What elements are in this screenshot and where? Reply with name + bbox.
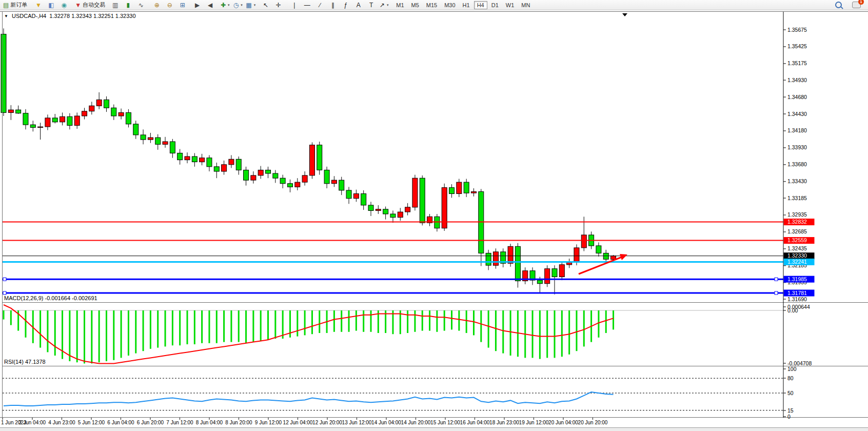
macd-bar (76, 310, 78, 362)
price-tag-label: 1.32241 (787, 259, 807, 265)
candle-body (383, 209, 388, 214)
macd-bar (333, 310, 335, 332)
trendline-button[interactable]: ∕ (313, 0, 326, 10)
time-axis-label: 14 Jun 04:00 (371, 420, 401, 425)
macd-bar (539, 310, 541, 359)
macd-bar (451, 310, 452, 329)
tile-windows-button[interactable]: ⊞ (176, 0, 189, 10)
macd-bar (40, 310, 41, 348)
equidistant-channel-button[interactable]: ∥ (326, 0, 339, 10)
candle-body (258, 170, 263, 175)
macd-bar (370, 310, 372, 332)
macd-bar (143, 310, 144, 351)
candlestick-chart-button[interactable]: ▮ (122, 0, 134, 10)
price-tag-label: 1.32832 (787, 219, 807, 225)
candle-body (464, 182, 469, 193)
time-axis-label: 7 Jun 12:00 (166, 420, 193, 425)
timeframe-w1-button[interactable]: W1 (503, 1, 518, 9)
macd-bar (121, 310, 122, 358)
candle-body (287, 184, 292, 187)
macd-bar (260, 310, 262, 341)
candle-body (390, 214, 396, 218)
zoom-in-button[interactable]: ⊕ (150, 0, 163, 10)
chart-shift-button[interactable]: ◀ (204, 0, 216, 10)
candle-body (200, 158, 205, 162)
price-axis-label: 1.34180 (787, 127, 807, 133)
price-axis-label: 1.32685 (787, 228, 807, 234)
time-axis-label: 14 Jun 20:00 (401, 420, 431, 425)
macd-bar (436, 310, 438, 332)
new-order-button[interactable]: ▤新订单 (2, 0, 29, 10)
indicators-button[interactable]: ✚▾ (219, 0, 231, 10)
text-button[interactable]: A (352, 0, 365, 10)
autotrading-button-label: 自动交易 (83, 1, 105, 9)
cursor-button[interactable]: ↖ (259, 0, 272, 10)
macd-bar (165, 310, 166, 346)
vertical-line-button[interactable]: | (288, 0, 301, 10)
macd-bar (54, 310, 56, 356)
autotrading-button[interactable]: ▼自动交易 (73, 0, 107, 10)
candle-body (309, 145, 314, 175)
line-handle[interactable] (775, 278, 778, 281)
autotrading-icon: ▼ (75, 2, 81, 8)
timeframe-m5-button[interactable]: M5 (408, 1, 422, 9)
candle-body (89, 106, 94, 111)
macd-bar (480, 310, 482, 342)
navigator-button[interactable]: ◧ (45, 0, 57, 10)
macd-bar (201, 310, 203, 343)
macd-bar (179, 310, 181, 345)
auto-scroll-button[interactable]: ▶ (191, 0, 204, 10)
timeframe-mn-button[interactable]: MN (518, 1, 533, 9)
vertical-line-icon: | (293, 2, 295, 8)
line-chart-button[interactable]: ∿ (134, 0, 147, 10)
price-axis-label: 1.35675 (787, 27, 807, 33)
macd-bar (356, 310, 357, 331)
line-handle[interactable] (3, 278, 6, 281)
notifications-button[interactable]: 1 (850, 0, 863, 10)
macd-bar (532, 310, 534, 358)
bar-chart-button[interactable]: ▥ (109, 0, 122, 10)
arrows-button[interactable]: ↗▾ (378, 0, 390, 10)
timeframe-m1-button[interactable]: M1 (393, 1, 407, 9)
timeframe-m15-button[interactable]: M15 (423, 1, 440, 9)
text-label-button[interactable]: T (365, 0, 378, 10)
timeframe-h1-button[interactable]: H1 (460, 1, 473, 9)
chart-window: 1.356751.354251.351751.349301.346801.344… (0, 10, 868, 431)
search-icon (835, 2, 842, 8)
templates-button[interactable]: ▦▾ (244, 0, 257, 10)
time-axis-label: 5 Jun 12:00 (78, 420, 105, 425)
terminal-button[interactable]: ◉ (57, 0, 70, 10)
candle-body (96, 100, 102, 106)
search-button[interactable] (832, 0, 845, 10)
timeframe-m30-button[interactable]: M30 (441, 1, 458, 9)
cursor-icon: ↖ (263, 2, 268, 8)
time-axis-label: 18 Jun 23:00 (489, 420, 519, 425)
price-axis-label: 1.34930 (787, 77, 807, 83)
templates-icon: ▦ (246, 2, 251, 8)
candle-body (574, 248, 579, 262)
macd-axis-label: 0.00 (787, 307, 798, 314)
fibonacci-button[interactable]: ƒ (339, 0, 352, 10)
market-watch-button[interactable]: ▼ (32, 0, 45, 10)
timeframe-h4-button[interactable]: H4 (474, 1, 487, 9)
macd-bar (473, 310, 475, 335)
market-watch-icon: ▼ (35, 2, 42, 8)
crosshair-button[interactable]: ✛ (272, 0, 285, 10)
macd-bar (106, 310, 107, 361)
rsi-axis-label: 15 (787, 407, 794, 414)
zoom-out-button[interactable]: ⊖ (163, 0, 176, 10)
periods-button[interactable]: ◷▾ (231, 0, 244, 10)
macd-bar (605, 310, 607, 333)
line-handle[interactable] (3, 291, 6, 295)
timeframe-d1-button[interactable]: D1 (488, 1, 502, 9)
candle-body (515, 246, 520, 281)
price-tag-label: 1.32330 (787, 252, 807, 259)
price-tag-label: 1.32559 (787, 237, 807, 243)
candle-body (163, 142, 168, 144)
time-axis-label: 6 Jun 04:00 (107, 420, 134, 425)
horizontal-line-button[interactable]: — (301, 0, 313, 10)
macd-bar (194, 310, 195, 344)
candle-body (302, 175, 307, 182)
line-handle[interactable] (775, 291, 778, 295)
candle-body (111, 108, 116, 116)
